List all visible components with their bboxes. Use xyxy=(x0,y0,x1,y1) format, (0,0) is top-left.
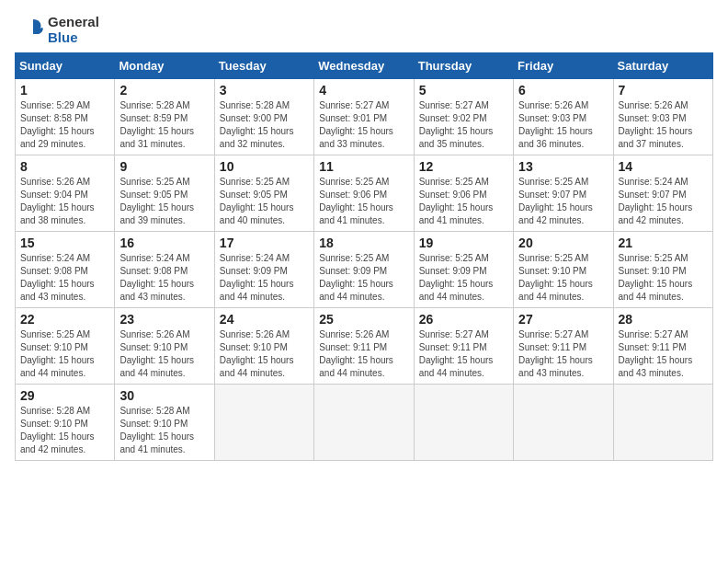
logo: General Blue xyxy=(15,15,99,45)
day-info: Sunrise: 5:26 AM Sunset: 9:03 PM Dayligh… xyxy=(518,99,608,151)
day-number: 9 xyxy=(119,159,209,174)
calendar-day-cell xyxy=(613,385,712,461)
calendar-day-cell: 1Sunrise: 5:29 AM Sunset: 8:58 PM Daylig… xyxy=(16,79,115,155)
calendar-day-cell: 7Sunrise: 5:26 AM Sunset: 9:03 PM Daylig… xyxy=(613,79,712,155)
day-number: 27 xyxy=(518,312,608,327)
day-number: 1 xyxy=(20,83,109,98)
day-info: Sunrise: 5:25 AM Sunset: 9:09 PM Dayligh… xyxy=(319,252,408,304)
day-info: Sunrise: 5:25 AM Sunset: 9:10 PM Dayligh… xyxy=(619,252,708,304)
day-number: 26 xyxy=(419,312,508,327)
calendar-week-row: 15Sunrise: 5:24 AM Sunset: 9:08 PM Dayli… xyxy=(16,232,713,308)
calendar-day-cell: 6Sunrise: 5:26 AM Sunset: 9:03 PM Daylig… xyxy=(514,79,613,155)
logo-bird-icon xyxy=(15,16,44,45)
day-info: Sunrise: 5:25 AM Sunset: 9:05 PM Dayligh… xyxy=(119,176,209,227)
day-number: 16 xyxy=(119,236,209,250)
day-info: Sunrise: 5:26 AM Sunset: 9:03 PM Dayligh… xyxy=(619,99,708,151)
calendar-header-sunday: Sunday xyxy=(16,53,115,79)
calendar-day-cell: 11Sunrise: 5:25 AM Sunset: 9:06 PM Dayli… xyxy=(314,155,414,232)
calendar-day-cell: 10Sunrise: 5:25 AM Sunset: 9:05 PM Dayli… xyxy=(214,155,313,232)
logo-text-blue: Blue xyxy=(48,30,99,46)
day-info: Sunrise: 5:25 AM Sunset: 9:06 PM Dayligh… xyxy=(419,176,508,227)
day-info: Sunrise: 5:25 AM Sunset: 9:10 PM Dayligh… xyxy=(20,328,109,380)
calendar-header-friday: Friday xyxy=(514,53,613,79)
day-number: 24 xyxy=(220,312,309,327)
calendar-day-cell: 12Sunrise: 5:25 AM Sunset: 9:06 PM Dayli… xyxy=(414,155,513,232)
day-number: 8 xyxy=(20,159,109,174)
day-number: 17 xyxy=(220,236,309,250)
calendar-day-cell: 25Sunrise: 5:26 AM Sunset: 9:11 PM Dayli… xyxy=(314,308,414,385)
calendar-day-cell: 4Sunrise: 5:27 AM Sunset: 9:01 PM Daylig… xyxy=(314,79,414,155)
day-info: Sunrise: 5:24 AM Sunset: 9:07 PM Dayligh… xyxy=(619,176,708,227)
calendar-day-cell xyxy=(414,385,513,461)
calendar-day-cell: 15Sunrise: 5:24 AM Sunset: 9:08 PM Dayli… xyxy=(16,232,115,308)
calendar-week-row: 1Sunrise: 5:29 AM Sunset: 8:58 PM Daylig… xyxy=(16,79,713,155)
day-info: Sunrise: 5:25 AM Sunset: 9:05 PM Dayligh… xyxy=(220,176,309,227)
day-info: Sunrise: 5:28 AM Sunset: 9:10 PM Dayligh… xyxy=(20,405,109,456)
day-number: 20 xyxy=(518,236,608,250)
calendar-day-cell: 29Sunrise: 5:28 AM Sunset: 9:10 PM Dayli… xyxy=(16,385,115,461)
calendar-day-cell: 19Sunrise: 5:25 AM Sunset: 9:09 PM Dayli… xyxy=(414,232,513,308)
day-info: Sunrise: 5:26 AM Sunset: 9:04 PM Dayligh… xyxy=(20,176,109,227)
day-info: Sunrise: 5:25 AM Sunset: 9:10 PM Dayligh… xyxy=(518,252,608,304)
calendar-day-cell: 3Sunrise: 5:28 AM Sunset: 9:00 PM Daylig… xyxy=(214,79,313,155)
calendar-header-monday: Monday xyxy=(115,53,214,79)
day-number: 25 xyxy=(319,312,408,327)
day-info: Sunrise: 5:27 AM Sunset: 9:01 PM Dayligh… xyxy=(319,99,408,151)
day-info: Sunrise: 5:26 AM Sunset: 9:11 PM Dayligh… xyxy=(319,328,408,380)
calendar-header-row: SundayMondayTuesdayWednesdayThursdayFrid… xyxy=(16,53,713,79)
day-info: Sunrise: 5:28 AM Sunset: 9:00 PM Dayligh… xyxy=(220,99,309,151)
day-number: 22 xyxy=(20,312,109,327)
day-number: 6 xyxy=(518,83,608,98)
calendar-week-row: 29Sunrise: 5:28 AM Sunset: 9:10 PM Dayli… xyxy=(16,385,713,461)
calendar-week-row: 22Sunrise: 5:25 AM Sunset: 9:10 PM Dayli… xyxy=(16,308,713,385)
calendar-header-wednesday: Wednesday xyxy=(314,53,414,79)
day-number: 2 xyxy=(119,83,209,98)
calendar-day-cell: 9Sunrise: 5:25 AM Sunset: 9:05 PM Daylig… xyxy=(115,155,214,232)
day-number: 18 xyxy=(319,236,408,250)
day-info: Sunrise: 5:27 AM Sunset: 9:11 PM Dayligh… xyxy=(619,328,708,380)
day-number: 13 xyxy=(518,159,608,174)
calendar-header-tuesday: Tuesday xyxy=(214,53,313,79)
day-info: Sunrise: 5:28 AM Sunset: 9:10 PM Dayligh… xyxy=(119,405,209,456)
calendar-day-cell: 8Sunrise: 5:26 AM Sunset: 9:04 PM Daylig… xyxy=(16,155,115,232)
day-info: Sunrise: 5:27 AM Sunset: 9:02 PM Dayligh… xyxy=(419,99,508,151)
day-info: Sunrise: 5:25 AM Sunset: 9:06 PM Dayligh… xyxy=(319,176,408,227)
calendar-day-cell: 27Sunrise: 5:27 AM Sunset: 9:11 PM Dayli… xyxy=(514,308,613,385)
calendar-day-cell xyxy=(514,385,613,461)
calendar-day-cell xyxy=(214,385,313,461)
day-number: 28 xyxy=(619,312,708,327)
calendar-day-cell: 16Sunrise: 5:24 AM Sunset: 9:08 PM Dayli… xyxy=(115,232,214,308)
day-number: 30 xyxy=(119,388,209,403)
day-number: 11 xyxy=(319,159,408,174)
day-info: Sunrise: 5:25 AM Sunset: 9:09 PM Dayligh… xyxy=(419,252,508,304)
calendar-day-cell: 14Sunrise: 5:24 AM Sunset: 9:07 PM Dayli… xyxy=(613,155,712,232)
day-info: Sunrise: 5:26 AM Sunset: 9:10 PM Dayligh… xyxy=(220,328,309,380)
day-number: 12 xyxy=(419,159,508,174)
calendar-day-cell: 18Sunrise: 5:25 AM Sunset: 9:09 PM Dayli… xyxy=(314,232,414,308)
calendar-day-cell: 26Sunrise: 5:27 AM Sunset: 9:11 PM Dayli… xyxy=(414,308,513,385)
calendar-day-cell: 5Sunrise: 5:27 AM Sunset: 9:02 PM Daylig… xyxy=(414,79,513,155)
day-info: Sunrise: 5:24 AM Sunset: 9:08 PM Dayligh… xyxy=(20,252,109,304)
calendar-day-cell: 21Sunrise: 5:25 AM Sunset: 9:10 PM Dayli… xyxy=(613,232,712,308)
day-number: 29 xyxy=(20,388,109,403)
page-header: General Blue xyxy=(15,15,713,45)
day-info: Sunrise: 5:27 AM Sunset: 9:11 PM Dayligh… xyxy=(419,328,508,380)
calendar-header-saturday: Saturday xyxy=(613,53,712,79)
calendar-day-cell: 17Sunrise: 5:24 AM Sunset: 9:09 PM Dayli… xyxy=(214,232,313,308)
logo-text-general: General xyxy=(48,15,99,30)
calendar-header-thursday: Thursday xyxy=(414,53,513,79)
day-number: 23 xyxy=(119,312,209,327)
day-number: 4 xyxy=(319,83,408,98)
day-number: 5 xyxy=(419,83,508,98)
day-number: 7 xyxy=(619,83,708,98)
day-info: Sunrise: 5:26 AM Sunset: 9:10 PM Dayligh… xyxy=(119,328,209,380)
day-number: 15 xyxy=(20,236,109,250)
day-info: Sunrise: 5:29 AM Sunset: 8:58 PM Dayligh… xyxy=(20,99,109,151)
calendar-day-cell xyxy=(314,385,414,461)
day-number: 21 xyxy=(619,236,708,250)
day-number: 10 xyxy=(220,159,309,174)
day-info: Sunrise: 5:24 AM Sunset: 9:08 PM Dayligh… xyxy=(119,252,209,304)
day-number: 19 xyxy=(419,236,508,250)
calendar-day-cell: 22Sunrise: 5:25 AM Sunset: 9:10 PM Dayli… xyxy=(16,308,115,385)
day-number: 14 xyxy=(619,159,708,174)
